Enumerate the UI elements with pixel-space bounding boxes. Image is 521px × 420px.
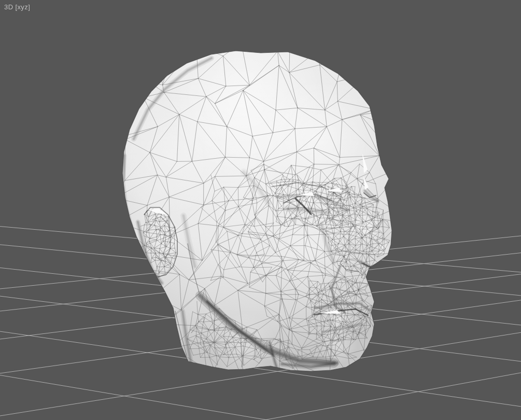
viewport-canvas[interactable] [0,0,521,420]
viewport-3d[interactable]: 3D [xyz] [0,0,521,420]
